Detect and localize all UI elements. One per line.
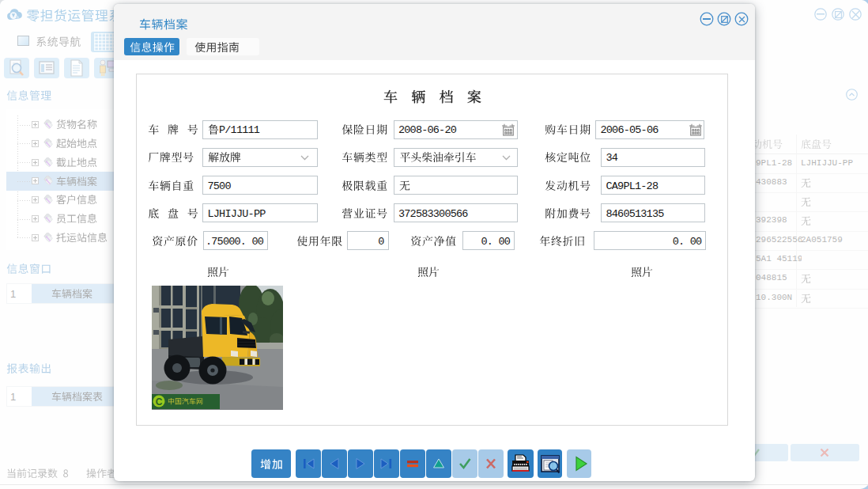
svg-text:C: C [155,396,162,408]
